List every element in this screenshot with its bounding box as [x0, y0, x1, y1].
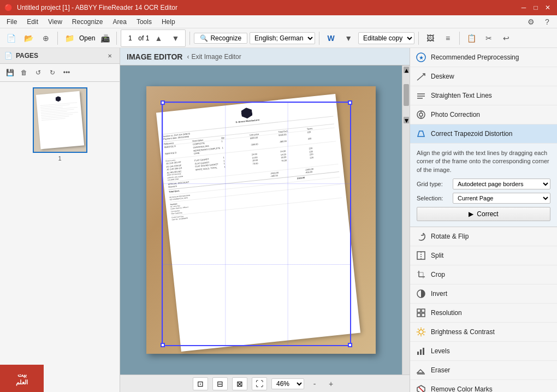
page-1-preview	[35, 91, 84, 150]
delete-page-button[interactable]: 🗑	[17, 66, 31, 79]
svg-marker-36	[417, 385, 425, 392]
help-button[interactable]: ?	[540, 14, 555, 29]
copy-doc-button[interactable]: 📋	[464, 31, 479, 46]
scroll-up-button[interactable]: ▲	[404, 67, 409, 73]
page-navigation: of 1 ▲ ▼	[121, 29, 186, 47]
fit-page-button[interactable]: ⊟	[212, 377, 228, 390]
open-file-button[interactable]: 📁	[62, 31, 77, 46]
menu-tools[interactable]: Tools	[132, 17, 156, 27]
grid-type-select[interactable]: Autodetect page borders	[453, 179, 550, 189]
rotate-ccw-button[interactable]: ↺	[32, 66, 45, 79]
scroll-thumb[interactable]	[404, 84, 409, 106]
scroll-down-button[interactable]: ▼	[404, 117, 409, 123]
panel-levels[interactable]: Levels	[410, 342, 557, 361]
crop-handle-tr[interactable]	[348, 100, 352, 105]
selection-select[interactable]: Current Page	[453, 193, 550, 204]
fit-height-button[interactable]: ⊠	[232, 377, 247, 390]
prev-page-button[interactable]: ▲	[151, 31, 166, 46]
word-icon[interactable]: W	[323, 31, 339, 46]
crop-handle-br[interactable]	[348, 343, 352, 347]
maximize-button[interactable]: □	[531, 3, 541, 13]
invert-label: Invert	[431, 290, 447, 298]
settings-button[interactable]: ⚙	[523, 14, 538, 29]
panel-resolution[interactable]: Resolution	[410, 304, 557, 323]
recognize-button[interactable]: 🔍 Recognize	[194, 33, 247, 44]
page-1-thumb[interactable]: 1	[33, 87, 87, 162]
fit-width-button[interactable]: ⊡	[193, 377, 208, 390]
layers-button[interactable]: ⊕	[38, 31, 54, 46]
panel-remove-color[interactable]: Remove Color Marks	[410, 380, 557, 392]
fullscreen-button[interactable]: ⛶	[252, 377, 267, 390]
exit-image-editor-button[interactable]: ‹ Exit Image Editor	[187, 53, 241, 61]
panel-invert[interactable]: Invert	[410, 284, 557, 304]
svg-line-30	[418, 335, 418, 335]
pages-header: 📄 PAGES ✕	[0, 48, 120, 64]
eraser-label: Eraser	[431, 366, 450, 374]
menu-file[interactable]: File	[2, 17, 21, 27]
doc-content: D. Brown Manufacturer Invoice no: DVT-AA…	[156, 94, 347, 226]
panel-straighten[interactable]: Straighten Text Lines	[410, 86, 557, 105]
panel-brightness[interactable]: Brightness & Contrast	[410, 323, 557, 342]
menu-edit[interactable]: Edit	[22, 17, 43, 27]
panel-deskew[interactable]: Deskew	[410, 67, 557, 86]
text-view-button[interactable]: ≡	[440, 31, 455, 46]
menu-area[interactable]: Area	[109, 17, 131, 27]
svg-line-29	[423, 329, 424, 329]
next-page-button[interactable]: ▼	[168, 31, 183, 46]
rotate-tool-button[interactable]: ↩	[499, 31, 514, 46]
panel-rotate[interactable]: Rotate & Flip	[410, 227, 557, 246]
minimize-button[interactable]: ─	[519, 3, 529, 13]
svg-rect-31	[417, 352, 419, 355]
vertical-scrollbar[interactable]: ▲ ▼	[402, 66, 410, 375]
selection-label: Selection:	[417, 195, 449, 201]
trapezoid-icon	[416, 128, 426, 139]
save-page-button[interactable]: 💾	[3, 66, 16, 79]
format-dropdown[interactable]: ▼	[341, 31, 356, 46]
selection-row: Selection: Current Page	[417, 193, 550, 204]
close-button[interactable]: ✕	[543, 3, 553, 13]
more-options-button[interactable]: •••	[60, 66, 73, 79]
open-button[interactable]: 📂	[21, 31, 36, 46]
trapezoid-description: Align the grid with the text lines by dr…	[417, 149, 550, 174]
page-1-number: 1	[58, 155, 61, 162]
menu-recognize[interactable]: Recognize	[68, 17, 108, 27]
copy-mode-select[interactable]: Editable copy	[358, 32, 414, 44]
pages-panel: 📄 PAGES ✕ 💾 🗑 ↺ ↻ •••	[0, 48, 120, 392]
page-number-input[interactable]	[123, 34, 137, 42]
zoom-select[interactable]: 46% 50% 75% 100%	[271, 378, 304, 389]
open-label[interactable]: Open	[79, 34, 95, 42]
panel-recommended[interactable]: ★ Recommended Preprocessing	[410, 48, 557, 67]
image-view-button[interactable]: 🖼	[423, 31, 438, 46]
close-pages-button[interactable]: ✕	[104, 50, 115, 61]
menu-bar: File Edit View Recognize Area Tools Help…	[0, 15, 557, 28]
exit-label: Exit Image Editor	[191, 53, 241, 61]
rotate-icon	[416, 231, 426, 242]
zoom-out-button[interactable]: -	[309, 378, 321, 390]
right-panel: ★ Recommended Preprocessing Deskew Strai…	[410, 48, 557, 392]
correct-button[interactable]: ▶ Correct	[417, 207, 550, 221]
crop-handle-bl[interactable]	[161, 343, 165, 347]
rotate-cw-button[interactable]: ↻	[46, 66, 59, 79]
sep4	[319, 32, 319, 45]
panel-split[interactable]: Split	[410, 246, 557, 265]
window-title: Untitled project [1] - ABBYY FineReader …	[17, 4, 177, 11]
pages-icon: 📄	[4, 52, 13, 60]
image-editor-title: IMAGE EDITOR	[127, 52, 182, 61]
new-doc-button[interactable]: 📄	[3, 31, 19, 46]
panel-eraser[interactable]: Eraser	[410, 361, 557, 380]
crop-handle-tl[interactable]	[161, 100, 165, 105]
zoom-in-button[interactable]: +	[325, 378, 337, 390]
svg-point-7	[419, 113, 423, 116]
resolution-icon	[416, 307, 426, 318]
page-1-thumbnail	[33, 87, 87, 153]
panel-trapezoid[interactable]: Correct Trapezoid Distortion	[410, 124, 557, 144]
crop-tool-button[interactable]: ✂	[481, 31, 496, 46]
svg-rect-32	[420, 349, 422, 355]
scan-button[interactable]: 📠	[97, 31, 112, 46]
menu-view[interactable]: View	[44, 17, 67, 27]
menu-help[interactable]: Help	[157, 17, 180, 27]
remove-color-icon	[416, 384, 426, 392]
panel-photo[interactable]: Photo Correction	[410, 105, 557, 124]
language-select[interactable]: English; German	[250, 32, 315, 44]
panel-crop[interactable]: Crop	[410, 265, 557, 284]
